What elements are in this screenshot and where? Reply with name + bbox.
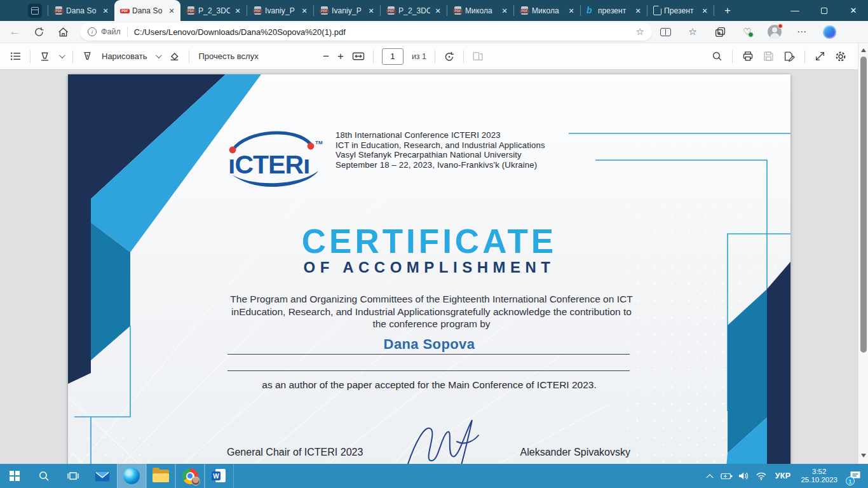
tab-dana-sopova-2-active[interactable]: PDF Dana So ✕ — [114, 0, 180, 21]
vertical-scrollbar[interactable] — [858, 43, 868, 464]
certificate-subtitle: OF ACCOMPLISHMENT — [68, 259, 790, 276]
chrome-taskbar-button[interactable] — [175, 464, 205, 488]
taskbar-search-button[interactable] — [29, 464, 58, 488]
tab-ivaniy-2[interactable]: PDF Ivaniy_P ✕ — [314, 0, 380, 21]
save-as-icon[interactable] — [783, 51, 795, 62]
table-of-contents-icon[interactable] — [10, 51, 21, 62]
task-view-button[interactable] — [58, 464, 88, 488]
tab-close-icon[interactable]: ✕ — [700, 6, 710, 16]
action-center-button[interactable]: 1 — [843, 464, 868, 488]
tab-label: P_2_3DO — [398, 6, 430, 15]
save-icon[interactable] — [763, 51, 774, 62]
document-icon — [653, 6, 661, 15]
address-bar[interactable]: i Файл C:/Users/Lenovo/Downloads/Dana%20… — [80, 23, 652, 41]
tab-p23do-2[interactable]: PDF P_2_3DO ✕ — [381, 0, 447, 21]
tray-expand-button[interactable] — [702, 464, 719, 488]
favorites-button[interactable]: ☆ — [686, 25, 700, 39]
draw-chevron-icon[interactable] — [156, 52, 162, 58]
draw-pen-icon[interactable] — [82, 51, 93, 62]
url-text[interactable]: C:/Users/Lenovo/Downloads/Dana%20Sopova%… — [134, 27, 632, 37]
settings-gear-icon[interactable] — [835, 51, 846, 62]
language-indicator[interactable]: УКР — [770, 471, 796, 480]
copilot-icon — [823, 25, 836, 39]
read-aloud-label[interactable]: Прочесть вслух — [198, 51, 258, 61]
edge-taskbar-button[interactable] — [117, 464, 146, 488]
tab-close-icon[interactable]: ✕ — [433, 6, 443, 16]
rotate-icon[interactable] — [444, 51, 455, 62]
tab-close-icon[interactable]: ✕ — [299, 6, 309, 16]
tab-actions-menu-icon[interactable] — [28, 4, 42, 18]
mail-app-button[interactable] — [88, 464, 117, 488]
page-view-icon[interactable] — [472, 51, 484, 62]
pdf-viewport[interactable]: ıCTERı TM 18th International Conference … — [0, 70, 868, 464]
tab-label: Микола — [532, 6, 564, 15]
wifi-status[interactable] — [753, 464, 770, 488]
mail-icon — [95, 470, 110, 482]
scroll-up-arrow[interactable] — [861, 48, 866, 52]
page-info-icon[interactable]: i — [88, 27, 97, 36]
word-taskbar-button[interactable]: W — [205, 464, 234, 488]
fit-to-width-icon[interactable] — [352, 51, 365, 62]
battery-status[interactable] — [719, 464, 736, 488]
restore-button[interactable] — [810, 0, 839, 21]
settings-menu-button[interactable]: ⋯ — [795, 25, 809, 39]
tab-close-icon[interactable]: ✕ — [166, 6, 177, 16]
highlighter-chevron-icon[interactable] — [59, 52, 65, 58]
expand-icon[interactable] — [815, 51, 825, 62]
favorite-star-icon[interactable]: ☆ — [632, 26, 648, 37]
tab-close-icon[interactable]: ✕ — [233, 6, 243, 16]
footer-role: General Chair of ICTERI 2023 — [227, 447, 363, 458]
browser-essentials-button[interactable]: ♡ — [740, 25, 754, 39]
tab-close-icon[interactable]: ✕ — [366, 6, 376, 16]
certificate-body-text: The Program and Organizing Committees of… — [226, 293, 637, 330]
icteri-logo: ıCTERı TM — [224, 126, 327, 187]
home-button[interactable] — [53, 22, 72, 41]
tab-p23do-1[interactable]: PDF P_2_3DO ✕ — [180, 0, 247, 21]
tab-close-icon[interactable]: ✕ — [566, 6, 576, 16]
restore-icon — [821, 8, 827, 14]
copilot-button[interactable] — [822, 25, 836, 39]
second-underline — [227, 370, 630, 371]
zoom-in-button[interactable]: + — [337, 50, 344, 63]
tab-close-icon[interactable]: ✕ — [633, 6, 643, 16]
new-tab-button[interactable]: + — [718, 3, 737, 19]
tab-presentation-doc[interactable]: Презент ✕ — [648, 0, 714, 21]
tab-close-icon[interactable]: ✕ — [499, 6, 510, 16]
address-divider — [127, 27, 128, 37]
tab-label: Микола — [465, 6, 497, 15]
split-screen-button[interactable] — [658, 25, 672, 39]
browser-nav-bar: ← i Файл C:/Users/Lenovo/Downloads/Dana%… — [0, 21, 868, 43]
close-button[interactable]: ✕ — [839, 0, 868, 21]
volume-status[interactable] — [736, 464, 753, 488]
tab-ivaniy-1[interactable]: PDF Ivaniy_P ✕ — [247, 0, 313, 21]
minimize-button[interactable]: — — [780, 0, 810, 21]
certificate-title: CERTIFICATE — [68, 222, 790, 261]
profile-button[interactable] — [768, 25, 782, 39]
tab-close-icon[interactable]: ✕ — [100, 6, 111, 16]
window-controls: — ✕ — [780, 0, 868, 21]
highlighter-icon[interactable] — [39, 51, 50, 62]
search-icon[interactable] — [712, 51, 722, 62]
tab-dana-sopova-1[interactable]: PDF Dana So ✕ — [48, 0, 114, 21]
collections-button[interactable] — [713, 25, 727, 39]
start-button[interactable] — [0, 464, 29, 488]
taskbar-clock[interactable]: 3:52 25.10.2023 — [796, 468, 843, 485]
scrollbar-thumb[interactable] — [860, 57, 867, 353]
page-number-input[interactable] — [382, 48, 403, 65]
split-screen-icon — [660, 28, 671, 36]
tab-mykola-1[interactable]: PDF Микола ✕ — [447, 0, 513, 21]
refresh-button[interactable] — [29, 22, 48, 41]
essentials-heart-icon: ♡ — [743, 26, 751, 37]
zoom-out-button[interactable]: − — [323, 50, 329, 63]
tab-mykola-2[interactable]: PDF Микола ✕ — [514, 0, 580, 21]
eraser-icon[interactable] — [169, 51, 180, 62]
recipient-name: Dana Sopova — [68, 336, 790, 353]
back-button[interactable]: ← — [5, 22, 24, 41]
page-count-label: из 1 — [412, 52, 426, 61]
tab-label: Dana So — [132, 6, 164, 15]
scroll-down-arrow[interactable] — [861, 454, 866, 458]
tab-presentation-bing[interactable]: b презент ✕ — [581, 0, 647, 21]
print-icon[interactable] — [742, 51, 754, 62]
file-explorer-button[interactable] — [146, 464, 175, 488]
draw-label[interactable]: Нарисовать — [102, 51, 147, 61]
